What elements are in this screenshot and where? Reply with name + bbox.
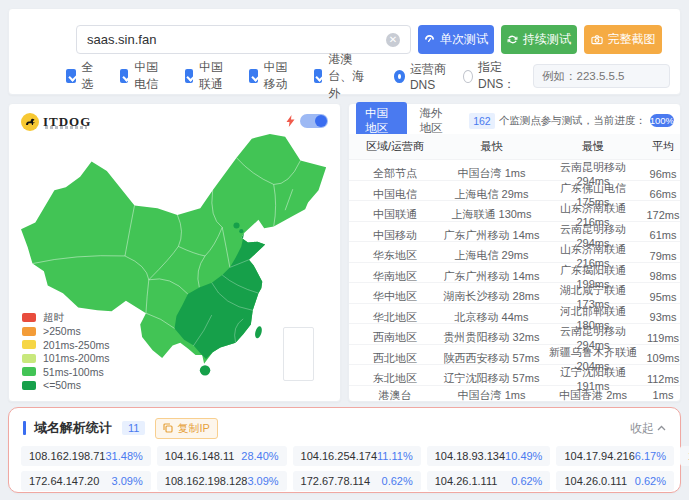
radio-carrier-dns[interactable]: 运营商DNS <box>394 61 452 92</box>
average-cell: 61ms <box>644 229 682 241</box>
ip-stat-cell: 104.17.94.2166.17% <box>556 446 674 466</box>
average-cell: 119ms <box>644 332 682 344</box>
ip-percentage: 3.09% <box>112 475 143 487</box>
fastest-cell: 贵州贵阳移动 32ms <box>441 330 542 345</box>
fastest-cell: 上海电信 29ms <box>441 187 542 202</box>
copy-icon <box>163 423 173 433</box>
legend-item-1: >250ms <box>22 325 110 339</box>
logo-tagline <box>45 126 87 129</box>
checkbox-label: 港澳台、海外 <box>328 51 371 102</box>
table-row: 全部节点中国台湾 1ms云南昆明移动 294ms96ms <box>349 159 680 180</box>
dns-stats-title: 域名解析统计 <box>34 419 112 437</box>
ip-stat-cell: 108.162.198.7131.48% <box>21 446 151 466</box>
checkbox-label: 中国联通 <box>199 59 227 93</box>
dns-count-badge: 11 <box>122 421 145 435</box>
table-row: 中国电信上海电信 29ms广东佛山电信 175ms66ms <box>349 180 680 201</box>
ip-stat-cell: 104.26.1.1110.62% <box>427 471 551 491</box>
ip-stat-cell: 104.26.0.1110.62% <box>556 471 674 491</box>
legend-label: 101ms-200ms <box>43 352 110 364</box>
ip-percentage: 10.49% <box>505 450 542 462</box>
continuous-test-button[interactable]: 持续测试 <box>501 25 577 54</box>
options-row: 全选中国电信中国联通中国移动港澳台、海外 运营商DNS 指定DNS： <box>66 63 670 89</box>
checkbox-label: 中国电信 <box>134 59 162 93</box>
ip-percentage: 11.11% <box>377 450 413 462</box>
collapse-button[interactable]: 收起 <box>630 420 666 437</box>
region-cell: 华东地区 <box>349 248 441 263</box>
region-cell: 华南地区 <box>349 269 441 284</box>
ip-percentage: 31.48% <box>105 450 142 462</box>
ip-stat-cell: 172.67.78.1140.62% <box>293 471 421 491</box>
legend-swatch <box>22 313 36 322</box>
region-cell: 中国移动 <box>349 228 441 243</box>
title-accent-bar <box>23 421 26 435</box>
isp-checkbox-3[interactable]: 中国移动 <box>249 59 292 93</box>
legend-swatch <box>22 381 36 390</box>
speed-mode-toggle[interactable] <box>300 114 328 128</box>
table-row: 中国移动广东广州移动 14ms云南昆明移动 294ms61ms <box>349 221 680 242</box>
isp-checkbox-2[interactable]: 中国联通 <box>185 59 228 93</box>
screenshot-button[interactable]: 完整截图 <box>584 25 662 54</box>
isp-checkbox-1[interactable]: 中国电信 <box>120 59 163 93</box>
table-row: 华南地区广东广州移动 14ms广东揭阳联通 199ms98ms <box>349 262 680 283</box>
ip-address: 172.67.78.114 <box>301 475 371 487</box>
isp-checkbox-group: 全选中国电信中国联通中国移动港澳台、海外 <box>66 51 394 102</box>
ip-address: 104.26.0.111 <box>564 475 627 487</box>
radio-unselected-icon <box>463 70 473 83</box>
fastest-cell: 中国台湾 1ms <box>441 166 542 181</box>
loop-icon <box>507 34 518 45</box>
legend-swatch <box>22 340 36 349</box>
fastest-cell: 广东广州移动 14ms <box>441 228 542 243</box>
isp-checkbox-0[interactable]: 全选 <box>66 59 98 93</box>
legend-item-3: 101ms-200ms <box>22 352 110 366</box>
legend-item-5: <=50ms <box>22 379 110 393</box>
legend-swatch <box>22 367 36 376</box>
fastest-cell: 广东广州移动 14ms <box>441 269 542 284</box>
copy-ip-button[interactable]: 复制IP <box>155 418 217 439</box>
test-results-panel: 中国地区 海外地区 162 个监测点参与测试，当前进度： 100% 区域/运营商… <box>348 103 681 402</box>
isp-checkbox-4[interactable]: 港澳台、海外 <box>314 51 372 102</box>
checkbox-label: 全选 <box>82 59 98 93</box>
legend-label: 201ms-250ms <box>43 339 110 351</box>
ip-address: 104.16.254.174 <box>301 450 377 462</box>
legend-label: 超时 <box>43 311 64 325</box>
radio-custom-dns[interactable]: 指定DNS： <box>463 59 521 93</box>
region-cell: 华中地区 <box>349 289 441 304</box>
legend-item-2: 201ms-250ms <box>22 338 110 352</box>
tab-overseas-region[interactable]: 海外地区 <box>420 106 453 136</box>
average-cell: 172ms <box>644 209 682 221</box>
average-cell: 66ms <box>644 188 682 200</box>
ip-stats-grid: 108.162.198.7131.48%104.16.148.1128.40%1… <box>21 446 668 491</box>
ip-stat-cell: 104.17.25.124.32% <box>680 446 689 466</box>
legend-item-0: 超时 <box>22 311 110 325</box>
region-cell: 中国联通 <box>349 207 441 222</box>
radio-selected-icon <box>394 70 405 83</box>
clear-input-icon[interactable]: ✕ <box>386 33 400 47</box>
chevron-up-icon <box>657 425 666 431</box>
ip-percentage: 3.09% <box>247 475 278 487</box>
dog-logo-icon <box>21 113 39 131</box>
toggle-knob <box>315 115 327 127</box>
dns-stats-panel: 域名解析统计 11 复制IP 收起 108.162.198.7131.48%10… <box>8 407 681 493</box>
region-cell: 中国电信 <box>349 187 441 202</box>
ip-address: 104.16.148.11 <box>165 450 235 462</box>
table-row: 华东地区上海电信 29ms山东济南联通 216ms79ms <box>349 241 680 262</box>
ip-percentage: 0.62% <box>635 475 666 487</box>
custom-dns-input[interactable] <box>533 64 670 88</box>
checkbox-checked-icon <box>66 69 76 83</box>
legend-label: 51ms-100ms <box>43 366 104 378</box>
region-cell: 西南地区 <box>349 330 441 345</box>
fastest-cell: 上海联通 130ms <box>441 207 542 222</box>
region-cell: 东北地区 <box>349 371 441 386</box>
checkbox-checked-icon <box>120 69 128 83</box>
region-cell: 全部节点 <box>349 166 441 181</box>
test-control-panel: ✕ 单次测试 持续测试 完整截图 全选中国电信中国联通中国移动港澳台、海外 运营… <box>8 8 681 95</box>
average-cell: 93ms <box>644 311 682 323</box>
ip-stat-cell: 104.16.254.17411.11% <box>293 446 421 466</box>
legend-label: >250ms <box>43 325 81 337</box>
legend-item-4: 51ms-100ms <box>22 365 110 379</box>
ip-address: 172.64.147.20 <box>29 475 99 487</box>
domain-input[interactable] <box>87 32 386 47</box>
table-row: 华北地区北京移动 44ms河北邯郸联通 180ms93ms <box>349 303 680 324</box>
dashboard-icon <box>424 34 435 45</box>
single-test-button[interactable]: 单次测试 <box>418 25 494 54</box>
